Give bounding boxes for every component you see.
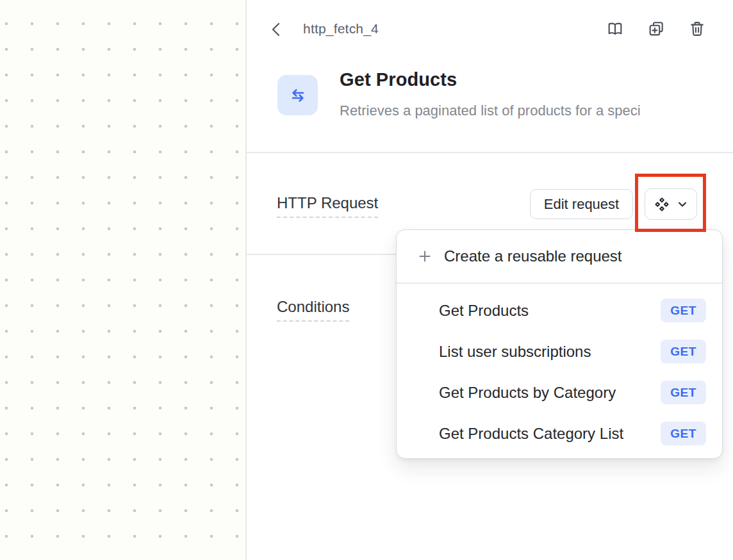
node-description: Retrieves a paginated list of products f… [340,103,724,119]
section-divider [247,254,396,255]
open-book-icon [606,20,624,38]
duplicate-button[interactable] [647,20,665,38]
menu-item-get-products[interactable]: Get Products GET [397,290,722,331]
back-arrow-icon [268,21,286,38]
node-title: Get Products [340,69,457,90]
menu-item-label: Get Products Category List [439,425,661,443]
menu-item-label: Create a reusable request [444,247,622,265]
node-id-label: http_fetch_4 [303,21,379,37]
delete-button[interactable] [688,20,706,38]
edit-request-button[interactable]: Edit request [530,189,633,219]
menu-item-label: List user subscriptions [439,343,661,361]
http-method-badge: GET [661,422,706,445]
menu-item-get-products-category-list[interactable]: Get Products Category List GET [397,413,722,454]
menu-item-label: Get Products by Category [439,384,661,402]
menu-item-list-user-subscriptions[interactable]: List user subscriptions GET [397,331,722,372]
app-screen: http_fetch_4 [0,0,733,560]
workflow-canvas[interactable] [0,0,245,560]
plus-icon [417,249,432,264]
reusable-request-dropdown-button[interactable] [645,188,697,220]
reusable-request-list: Get Products GET List user subscriptions… [397,284,722,454]
menu-item-get-products-by-category[interactable]: Get Products by Category GET [397,372,722,413]
http-node-icon [277,75,318,115]
back-button[interactable] [268,21,286,38]
section-divider [247,152,733,153]
reusable-request-menu: Create a reusable request Get Products G… [396,229,723,459]
http-method-badge: GET [661,299,706,322]
menu-item-create-reusable-request[interactable]: Create a reusable request [397,230,722,283]
copy-plus-icon [647,20,665,38]
http-request-label: HTTP Request [277,194,378,218]
http-method-badge: GET [661,340,706,363]
swap-arrows-icon [288,85,308,106]
http-method-badge: GET [661,381,706,404]
conditions-label: Conditions [277,298,349,322]
chevron-down-icon [676,198,689,211]
trash-icon [688,20,706,38]
diamond-cluster-icon [654,196,670,213]
docs-button[interactable] [606,20,624,38]
menu-item-label: Get Products [439,302,661,320]
